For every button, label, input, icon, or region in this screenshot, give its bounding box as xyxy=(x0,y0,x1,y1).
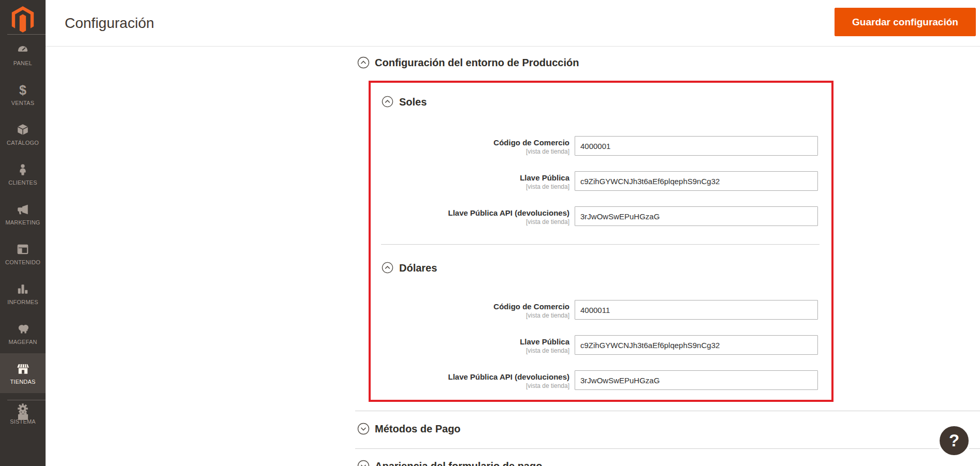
section-dolares-header[interactable]: Dólares xyxy=(382,262,437,274)
field-scope: [vista de tienda] xyxy=(357,382,569,390)
sidebar-item-label: PANEL xyxy=(13,60,32,66)
field-scope: [vista de tienda] xyxy=(357,311,569,320)
collapse-down-icon xyxy=(357,423,370,435)
collapse-up-icon xyxy=(357,56,370,69)
sidebar-nav: PANEL $ VENTAS CATÁLOGO CLIENTES MARKETI… xyxy=(0,35,46,433)
field-row-soles-llave-api: Llave Pública API (devoluciones)[vista d… xyxy=(357,206,823,229)
dolares-llave-publica-api-input[interactable] xyxy=(575,370,818,390)
soles-codigo-comercio-input[interactable] xyxy=(575,136,818,156)
magefan-icon xyxy=(16,322,30,336)
reports-icon xyxy=(16,282,30,296)
section-divider xyxy=(355,411,980,411)
field-label: Llave Pública xyxy=(357,337,569,347)
sidebar-item-label: MARKETING xyxy=(5,219,40,226)
sidebar-item-catalogo[interactable]: CATÁLOGO xyxy=(0,114,46,154)
field-row-soles-codigo: Código de Comercio[vista de tienda] xyxy=(357,136,823,159)
field-label: Llave Pública xyxy=(357,173,569,183)
dashboard-icon xyxy=(16,43,30,57)
field-scope: [vista de tienda] xyxy=(357,347,569,355)
catalog-icon xyxy=(16,123,30,137)
sidebar-bottom xyxy=(0,400,46,427)
sales-icon: $ xyxy=(19,83,26,97)
field-scope: [vista de tienda] xyxy=(357,183,569,191)
section-divider xyxy=(381,244,820,245)
field-row-dolares-codigo: Código de Comercio[vista de tienda] xyxy=(357,300,823,323)
field-label: Llave Pública API (devoluciones) xyxy=(357,208,569,218)
section-payment-methods-header[interactable]: Métodos de Pago xyxy=(357,423,461,435)
dolares-codigo-comercio-input[interactable] xyxy=(575,300,818,320)
soles-llave-publica-api-input[interactable] xyxy=(575,206,818,226)
dolares-llave-publica-input[interactable] xyxy=(575,335,818,355)
section-form-appearance-header[interactable]: Apariencia del formulario de pago xyxy=(357,460,542,466)
field-row-dolares-llave-api: Llave Pública API (devoluciones)[vista d… xyxy=(357,370,823,393)
save-config-button[interactable]: Guardar configuración xyxy=(835,8,976,36)
sidebar-item-tiendas[interactable]: TIENDAS xyxy=(0,353,46,393)
section-title: Dólares xyxy=(399,262,437,274)
section-production-header[interactable]: Configuración del entorno de Producción xyxy=(357,56,579,69)
sidebar-item-panel[interactable]: PANEL xyxy=(0,35,46,74)
magento-logo[interactable] xyxy=(0,0,46,34)
help-button[interactable]: ? xyxy=(937,424,971,458)
field-row-soles-llave-publica: Llave Pública[vista de tienda] xyxy=(357,171,823,194)
field-label: Código de Comercio xyxy=(357,138,569,147)
content-icon xyxy=(16,242,30,257)
field-row-dolares-llave-publica: Llave Pública[vista de tienda] xyxy=(357,335,823,358)
sidebar-item-label: CLIENTES xyxy=(8,179,37,186)
section-title: Apariencia del formulario de pago xyxy=(375,460,542,466)
field-label: Llave Pública API (devoluciones) xyxy=(357,372,569,382)
collapse-up-icon xyxy=(382,96,394,108)
soles-llave-publica-input[interactable] xyxy=(575,171,818,191)
admin-sidebar: PANEL $ VENTAS CATÁLOGO CLIENTES MARKETI… xyxy=(0,0,46,466)
field-label: Código de Comercio xyxy=(357,302,569,311)
sidebar-item-label: CONTENIDO xyxy=(5,259,40,265)
question-mark-icon: ? xyxy=(949,431,959,450)
sidebar-item-label: CATÁLOGO xyxy=(7,140,39,146)
sidebar-item-marketing[interactable]: MARKETING xyxy=(0,194,46,234)
sidebar-item-label: MAGEFAN xyxy=(8,339,37,345)
field-scope: [vista de tienda] xyxy=(357,147,569,156)
section-soles-header[interactable]: Soles xyxy=(382,96,427,108)
sidebar-item-informes[interactable]: INFORMES xyxy=(0,274,46,313)
sidebar-item-label: INFORMES xyxy=(7,299,38,305)
section-divider xyxy=(355,448,980,449)
section-title: Soles xyxy=(399,96,427,108)
extensions-icon xyxy=(16,408,30,423)
sidebar-item-ventas[interactable]: $ VENTAS xyxy=(0,74,46,114)
sidebar-item-magefan[interactable]: MAGEFAN xyxy=(0,313,46,353)
collapse-down-icon xyxy=(357,460,370,466)
section-title: Configuración del entorno de Producción xyxy=(375,57,579,69)
sidebar-item-label: TIENDAS xyxy=(10,379,35,385)
sidebar-item-extensions[interactable] xyxy=(0,400,46,427)
page-title: Configuración xyxy=(65,15,154,32)
collapse-up-icon xyxy=(382,262,394,274)
sidebar-item-clientes[interactable]: CLIENTES xyxy=(0,154,46,194)
marketing-icon xyxy=(16,202,30,217)
magento-logo-icon xyxy=(10,5,35,33)
section-title: Métodos de Pago xyxy=(375,423,461,435)
stores-icon xyxy=(16,362,30,376)
field-scope: [vista de tienda] xyxy=(357,218,569,226)
page-header: Configuración Guardar configuración xyxy=(46,0,980,47)
sidebar-item-label: VENTAS xyxy=(11,100,34,106)
sidebar-item-contenido[interactable]: CONTENIDO xyxy=(0,234,46,274)
customers-icon xyxy=(16,162,30,177)
